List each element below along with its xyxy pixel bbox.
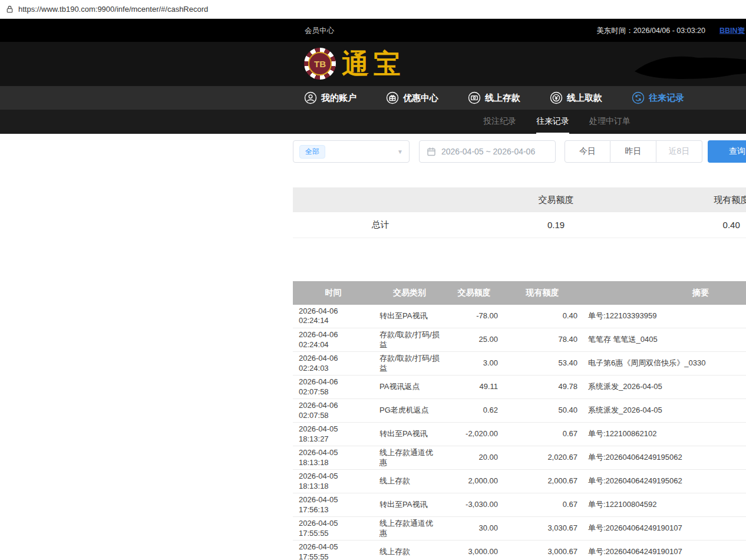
cell-time: 2026-04-06 02:24:14 <box>293 305 374 328</box>
cell-amount: 0.62 <box>445 399 503 423</box>
cell-balance: 78.40 <box>503 328 582 352</box>
sub-nav: 投注纪录往来记录处理中订单 <box>0 110 746 134</box>
summary-table: 交易额度 现有额度 总计 0.19 0.40 <box>293 187 746 238</box>
cell-category: 转出至PA视讯 <box>374 305 445 328</box>
table-row: 2026-04-05 18:13:18线上存款通道优惠20.002,020.67… <box>293 446 746 470</box>
cell-summary: 单号:122103393959 <box>582 305 746 328</box>
nav-item-label: 线上取款 <box>567 93 602 104</box>
cell-balance: 0.67 <box>503 423 582 446</box>
nav-item-label: 线上存款 <box>485 93 520 104</box>
table-row: 2026-04-05 18:13:27转出至PA视讯-2,020.000.67单… <box>293 423 746 446</box>
subnav-item-2[interactable]: 往来记录 <box>536 110 569 134</box>
cell-amount: 2,000.00 <box>445 470 503 493</box>
date-range-input[interactable]: 2026-04-05 ~ 2026-04-06 <box>419 140 556 163</box>
table-row: 2026-04-06 02:07:58PG老虎机返点0.6250.40系统派发_… <box>293 399 746 423</box>
redaction-scribble <box>632 52 746 83</box>
records-header-balance: 现有额度 <box>503 281 582 305</box>
nav-item-record[interactable]: 往来记录 <box>632 91 684 104</box>
records-header-amount: 交易额度 <box>445 281 503 305</box>
cell-category: PA视讯返点 <box>374 375 445 399</box>
nav-item-withdraw[interactable]: 线上取款 <box>550 91 602 104</box>
cell-time: 2026-04-05 17:56:13 <box>293 493 374 517</box>
table-row: 2026-04-06 02:24:03存款/取款/打码/损益3.0053.40电… <box>293 352 746 375</box>
calendar-icon <box>427 147 436 156</box>
summary-total-label: 总计 <box>293 212 468 238</box>
cell-summary: 单号:202604064249195062 <box>582 470 746 493</box>
cell-balance: 2,000.67 <box>503 470 582 493</box>
cell-amount: 20.00 <box>445 446 503 470</box>
table-row: 2026-04-05 17:55:55线上存款3,000.003,000.67单… <box>293 541 746 560</box>
cell-summary: 单号:122100862102 <box>582 423 746 446</box>
gift-icon <box>386 91 399 104</box>
cell-time: 2026-04-05 18:13:27 <box>293 423 374 446</box>
cell-amount: 3.00 <box>445 352 503 375</box>
summary-header-transaction: 交易额度 <box>468 187 644 212</box>
logo-text: 通宝 <box>342 50 405 77</box>
content-area: 全部 ▼ 2026-04-05 ~ 2026-04-06 今日昨日近8日 查询 … <box>293 134 746 560</box>
nav-item-label: 往来记录 <box>649 93 684 104</box>
records-header-time: 时间 <box>293 281 374 305</box>
quick-range-button[interactable]: 昨日 <box>610 140 656 163</box>
cell-balance: 3,030.67 <box>503 517 582 541</box>
record-icon <box>632 91 645 104</box>
cell-amount: -3,030.00 <box>445 493 503 517</box>
cell-balance: 0.67 <box>503 493 582 517</box>
topbar: 会员中心 美东时间：2026/04/06 - 03:03:20 BBIN资 <box>0 19 746 42</box>
cell-amount: -78.00 <box>445 305 503 328</box>
cell-category: 线上存款 <box>374 470 445 493</box>
cell-category: 存款/取款/打码/损益 <box>374 328 445 352</box>
filter-bar: 全部 ▼ 2026-04-05 ~ 2026-04-06 今日昨日近8日 查询 <box>293 140 746 163</box>
table-row: 2026-04-06 02:07:58PA视讯返点49.1149.78系统派发_… <box>293 375 746 399</box>
nav-item-deposit[interactable]: 线上存款 <box>468 91 520 104</box>
nav-item-gift[interactable]: 优惠中心 <box>386 91 438 104</box>
lock-icon <box>6 5 14 14</box>
site-logo[interactable]: TB 通宝 <box>304 48 405 80</box>
table-row: 2026-04-06 02:24:14转出至PA视讯-78.000.40单号:1… <box>293 305 746 328</box>
cell-balance: 50.40 <box>503 399 582 423</box>
type-select-tag[interactable]: 全部 <box>299 145 325 159</box>
quick-range-group: 今日昨日近8日 <box>565 140 702 163</box>
cell-balance: 49.78 <box>503 375 582 399</box>
quick-range-button[interactable]: 近8日 <box>656 140 702 163</box>
chevron-down-icon: ▼ <box>397 149 403 155</box>
cell-amount: 3,000.00 <box>445 541 503 560</box>
cell-balance: 53.40 <box>503 352 582 375</box>
cell-balance: 0.40 <box>503 305 582 328</box>
cell-category: 转出至PA视讯 <box>374 493 445 517</box>
subnav-item-1[interactable]: 投注纪录 <box>483 110 516 134</box>
browser-address-bar[interactable]: https://www.tb190.com:9900/infe/mcenter/… <box>0 0 746 19</box>
url-text: https://www.tb190.com:9900/infe/mcenter/… <box>18 5 208 14</box>
cell-category: 线上存款通道优惠 <box>374 446 445 470</box>
cell-summary: 单号:122100804592 <box>582 493 746 517</box>
records-header-category: 交易类别 <box>374 281 445 305</box>
cell-time: 2026-04-05 18:13:18 <box>293 470 374 493</box>
cell-summary: 单号:202604064249190107 <box>582 541 746 560</box>
search-button[interactable]: 查询 <box>708 140 746 163</box>
cell-summary: 系统派发_2026-04-05 <box>582 375 746 399</box>
chip-logo-text: TB <box>308 52 332 75</box>
quick-range-button[interactable]: 今日 <box>565 140 610 163</box>
cell-summary: 单号:202604064249195062 <box>582 446 746 470</box>
cell-category: PG老虎机返点 <box>374 399 445 423</box>
cell-summary: 单号:202604064249190107 <box>582 517 746 541</box>
cell-category: 线上存款通道优惠 <box>374 517 445 541</box>
nav-item-label: 我的账户 <box>321 93 357 104</box>
summary-header-empty <box>293 187 468 212</box>
cell-amount: 25.00 <box>445 328 503 352</box>
nav-item-label: 优惠中心 <box>403 93 438 104</box>
cell-summary: 系统派发_2026-04-05 <box>582 399 746 423</box>
cell-category: 存款/取款/打码/损益 <box>374 352 445 375</box>
table-row: 2026-04-05 17:56:13转出至PA视讯-3,030.000.67单… <box>293 493 746 517</box>
cell-category: 线上存款 <box>374 541 445 560</box>
user-icon <box>304 91 317 104</box>
subnav-item-3[interactable]: 处理中订单 <box>589 110 631 134</box>
main-nav: 我的账户优惠中心线上存款线上取款往来记录 <box>0 86 746 110</box>
cell-time: 2026-04-06 02:07:58 <box>293 399 374 423</box>
member-center-link[interactable]: 会员中心 <box>305 25 334 35</box>
bbin-link[interactable]: BBIN资 <box>719 25 745 35</box>
nav-item-user[interactable]: 我的账户 <box>304 91 357 104</box>
table-row: 2026-04-06 02:24:04存款/取款/打码/损益25.0078.40… <box>293 328 746 352</box>
date-range-value: 2026-04-05 ~ 2026-04-06 <box>441 147 535 156</box>
type-select[interactable]: 全部 ▼ <box>293 140 410 163</box>
cell-summary: 笔笔存 笔笔送_0405 <box>582 328 746 352</box>
